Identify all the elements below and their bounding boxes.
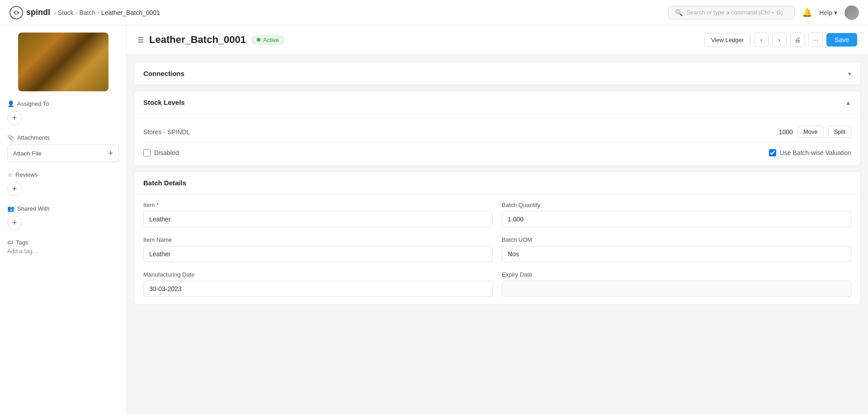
breadcrumb: › Stock › Batch › Leather_Batch_0001 xyxy=(54,9,160,16)
manufacturing-date-input[interactable] xyxy=(143,281,493,297)
tag-icon: 🏷 xyxy=(7,239,13,246)
attachments-label: Attachments xyxy=(17,134,50,141)
expiry-date-group: Expiry Date xyxy=(502,271,851,297)
reviews-title: ☆ Reviews xyxy=(7,171,119,178)
view-ledger-button[interactable]: View Ledger xyxy=(704,33,750,47)
group-icon: 👥 xyxy=(7,205,14,212)
manufacturing-date-group: Manufacturing Date xyxy=(143,271,493,297)
stock-levels-panel: Stock Levels ▲ Stores - SPINDL 1000 Move… xyxy=(134,91,861,166)
avatar[interactable] xyxy=(844,5,859,20)
expiry-date-label: Expiry Date xyxy=(502,271,851,278)
topnav-right: 🔍 Search or type a command (Ctrl + G) 🔔 … xyxy=(668,5,859,20)
topnav-left: spindl › Stock › Batch › Leather_Batch_0… xyxy=(9,5,160,20)
shared-with-title: 👥 Shared With xyxy=(7,205,119,212)
attach-file-button[interactable]: Attach File + xyxy=(7,145,119,162)
stock-levels-body: Stores - SPINDL 1000 Move Split Disabled xyxy=(134,114,860,165)
connections-title: Connections xyxy=(143,70,184,77)
batch-details-panel: Batch Details Item * xyxy=(134,171,861,305)
batch-image-inner xyxy=(18,33,108,91)
help-button[interactable]: Help ▾ xyxy=(819,9,837,16)
prev-record-button[interactable]: ‹ xyxy=(754,33,769,47)
breadcrumb-sep-2: › xyxy=(97,9,99,16)
avatar-image xyxy=(844,5,859,20)
breadcrumb-batch[interactable]: Batch xyxy=(79,9,95,16)
save-button[interactable]: Save xyxy=(826,33,857,47)
content-area: ☰ Leather_Batch_0001 Active View Ledger … xyxy=(127,25,868,414)
add-assigned-to-button[interactable]: + xyxy=(7,111,22,125)
add-tag-link[interactable]: Add a tag ... xyxy=(7,248,119,254)
stock-quantity: 1000 xyxy=(779,128,793,136)
breadcrumb-sep-0: › xyxy=(54,9,56,16)
attach-file-label: Attach File xyxy=(13,150,42,157)
stock-right: 1000 Move Split xyxy=(779,126,851,138)
batch-wise-label: Use Batch-wise Valuation xyxy=(780,149,851,156)
move-button[interactable]: Move xyxy=(797,126,824,138)
search-box[interactable]: 🔍 Search or type a command (Ctrl + G) xyxy=(668,6,795,19)
help-label: Help xyxy=(819,9,832,16)
page-header-right: View Ledger ‹ › 🖨 ··· Save xyxy=(704,33,857,47)
batch-wise-checkbox-item: Use Batch-wise Valuation xyxy=(769,149,851,156)
stock-location: Stores - SPINDL xyxy=(143,128,190,136)
tags-label: Tags xyxy=(16,239,28,246)
page-header-left: ☰ Leather_Batch_0001 Active xyxy=(137,34,284,46)
breadcrumb-sep-1: › xyxy=(75,9,78,16)
breadcrumb-stock[interactable]: Stock xyxy=(58,9,74,16)
item-name-group: Item Name xyxy=(143,236,493,262)
stock-levels-title: Stock Levels xyxy=(143,99,185,106)
stock-row: Stores - SPINDL 1000 Move Split xyxy=(143,121,851,143)
breadcrumb-current: Leather_Batch_0001 xyxy=(101,9,160,16)
attachments-title: 📎 Attachments xyxy=(7,134,119,141)
shared-with-label: Shared With xyxy=(17,205,50,212)
assigned-to-section: 👤 Assigned To + xyxy=(7,100,119,125)
assigned-to-label: Assigned To xyxy=(17,100,49,107)
disabled-checkbox[interactable] xyxy=(143,149,151,156)
connections-panel-header[interactable]: Connections ▾ xyxy=(134,62,860,85)
batch-details-grid: Item * Batch Quantity Item Nam xyxy=(143,202,851,297)
batch-qty-group: Batch Quantity xyxy=(502,202,851,227)
status-label: Active xyxy=(263,37,279,43)
batch-qty-input[interactable] xyxy=(502,211,851,227)
more-options-button[interactable]: ··· xyxy=(808,33,823,47)
person-icon: 👤 xyxy=(7,100,14,107)
panels: Connections ▾ Stock Levels ▲ Stores - SP… xyxy=(127,55,868,312)
main-layout: 👤 Assigned To + 📎 Attachments Attach Fil… xyxy=(0,25,868,414)
expiry-date-input[interactable] xyxy=(502,281,851,297)
item-name-input[interactable] xyxy=(143,246,493,262)
add-shared-with-button[interactable]: + xyxy=(7,216,22,230)
status-dot xyxy=(257,38,260,42)
manufacturing-date-label: Manufacturing Date xyxy=(143,271,493,278)
item-name-label: Item Name xyxy=(143,236,493,243)
batch-image xyxy=(18,33,108,91)
print-button[interactable]: 🖨 xyxy=(790,33,805,47)
next-record-button[interactable]: › xyxy=(772,33,787,47)
split-button[interactable]: Split xyxy=(828,126,851,138)
connections-panel: Connections ▾ xyxy=(134,62,861,85)
topnav: spindl › Stock › Batch › Leather_Batch_0… xyxy=(0,0,868,25)
status-badge: Active xyxy=(251,35,284,45)
batch-uom-input[interactable] xyxy=(502,246,851,262)
menu-icon[interactable]: ☰ xyxy=(137,36,144,44)
add-review-button[interactable]: + xyxy=(7,182,22,196)
reviews-label: Reviews xyxy=(15,171,38,178)
sidebar: 👤 Assigned To + 📎 Attachments Attach Fil… xyxy=(0,25,127,414)
disabled-checkbox-item: Disabled xyxy=(143,149,179,156)
app-name: spindl xyxy=(26,8,50,17)
item-input[interactable] xyxy=(143,211,493,227)
batch-wise-checkbox[interactable] xyxy=(769,149,776,156)
notification-button[interactable]: 🔔 xyxy=(802,8,812,18)
search-placeholder: Search or type a command (Ctrl + G) xyxy=(686,9,783,16)
batch-uom-group: Batch UOM xyxy=(502,236,851,262)
checkboxes-row: Disabled Use Batch-wise Valuation xyxy=(143,143,851,158)
tags-section: 🏷 Tags Add a tag ... xyxy=(7,239,119,254)
stock-levels-panel-header[interactable]: Stock Levels ▲ xyxy=(134,91,860,114)
search-icon: 🔍 xyxy=(675,9,683,16)
logo: spindl xyxy=(9,5,50,20)
star-icon: ☆ xyxy=(7,171,13,178)
disabled-label: Disabled xyxy=(154,149,179,156)
page-header: ☰ Leather_Batch_0001 Active View Ledger … xyxy=(127,25,868,55)
connections-collapse-icon: ▾ xyxy=(848,70,851,77)
reviews-section: ☆ Reviews + xyxy=(7,171,119,196)
batch-details-panel-header[interactable]: Batch Details xyxy=(134,172,860,194)
assigned-to-title: 👤 Assigned To xyxy=(7,100,119,107)
shared-with-section: 👥 Shared With + xyxy=(7,205,119,230)
